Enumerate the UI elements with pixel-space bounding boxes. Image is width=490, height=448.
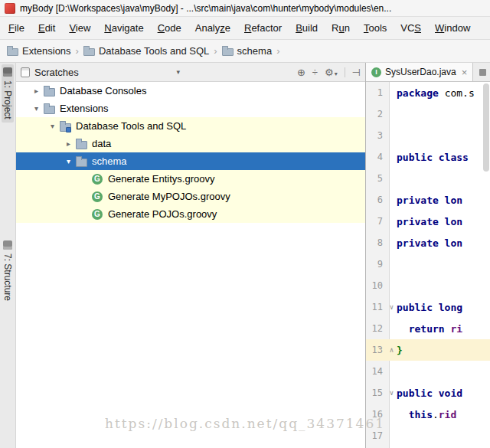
groovy-icon: G: [92, 174, 103, 185]
project-tool-icon: [3, 67, 12, 77]
breadcrumb-item[interactable]: Extensions: [6, 44, 72, 58]
menu-item-build[interactable]: Build: [289, 19, 325, 37]
project-tree: ▸Database Consoles▾Extensions▾Database T…: [16, 82, 365, 448]
locate-icon[interactable]: ⊕: [297, 67, 305, 77]
menu-item-file[interactable]: File: [2, 19, 31, 37]
line-number: 1: [366, 87, 387, 98]
fold-marker-icon[interactable]: ∨: [387, 389, 397, 397]
code-text: this.rid: [397, 409, 490, 420]
editor-line[interactable]: 7private lon: [366, 211, 490, 232]
folder-icon: [75, 155, 87, 168]
structure-tool-icon: [3, 240, 12, 250]
tool-stripe-tab-project[interactable]: 1: Project: [2, 64, 14, 123]
collapse-all-icon[interactable]: ÷: [312, 67, 318, 77]
chevron-icon[interactable]: ▾: [30, 104, 43, 113]
tree-item[interactable]: ▸data: [16, 135, 365, 152]
window-title: myBody [D:\Workspaces\java\myBody] - ...…: [20, 3, 391, 14]
chevron-icon[interactable]: ▾: [46, 122, 59, 130]
line-number: 11: [366, 302, 387, 312]
editor-settings-icon[interactable]: [479, 69, 486, 76]
breadcrumb-item[interactable]: Database Tools and SQL: [83, 44, 210, 58]
editor-line[interactable]: 14: [366, 361, 490, 382]
breadcrumb: Extensions›Database Tools and SQL›schema…: [0, 40, 490, 63]
settings-gear-icon[interactable]: ⚙▾: [325, 67, 338, 77]
tree-item[interactable]: GGenerate POJOs.groovy: [16, 205, 365, 223]
tree-item-label: data: [92, 138, 111, 149]
line-number: 12: [366, 323, 387, 334]
hide-panel-icon[interactable]: ⊣: [352, 67, 361, 77]
editor-line[interactable]: 2: [366, 103, 490, 125]
menu-item-analyze[interactable]: Analyze: [188, 19, 237, 37]
tree-item-label: schema: [92, 155, 127, 167]
folder-icon: [75, 138, 87, 150]
menu-item-vcs[interactable]: VCS: [394, 19, 428, 37]
tree-item-label: Generate Entitys.groovy: [108, 173, 214, 185]
editor-pane: I SysUserDao.java × 1package com.s234pub…: [366, 63, 490, 448]
menu-item-code[interactable]: Code: [151, 19, 188, 37]
chevron-icon[interactable]: ▾: [62, 157, 75, 165]
code-editor[interactable]: 1package com.s234public class 56private …: [366, 82, 490, 448]
tree-item[interactable]: GGenerate Entitys.groovy: [16, 170, 365, 188]
folder-icon: [43, 85, 55, 97]
tree-item-label: Extensions: [60, 103, 109, 114]
tree-item-label: Generate MyPOJOs.groovy: [108, 191, 230, 202]
code-text: private lon: [397, 195, 490, 206]
tree-item[interactable]: ▾Database Tools and SQL: [16, 117, 365, 135]
editor-lines: 1package com.s234public class 56private …: [366, 82, 490, 446]
editor-line[interactable]: 5: [366, 168, 490, 189]
line-number: 10: [366, 280, 387, 291]
close-icon[interactable]: ×: [462, 67, 468, 78]
editor-line[interactable]: 13∧}: [366, 339, 490, 361]
breadcrumb-separator-icon: ›: [76, 45, 79, 57]
title-bar: myBody [D:\Workspaces\java\myBody] - ...…: [0, 0, 490, 17]
gear-icon: ⚙: [325, 67, 334, 77]
editor-line[interactable]: 6private lon: [366, 189, 490, 211]
groovy-icon: G: [92, 191, 103, 202]
line-number: 8: [366, 237, 387, 248]
editor-tab[interactable]: I SysUserDao.java ×: [366, 63, 473, 81]
fold-marker-icon[interactable]: ∧: [387, 346, 397, 354]
header-divider: [345, 67, 345, 77]
menu-item-view[interactable]: View: [62, 19, 97, 37]
editor-line[interactable]: 12 return ri: [366, 318, 490, 339]
tree-item[interactable]: GGenerate MyPOJOs.groovy: [16, 188, 365, 205]
view-combo[interactable]: Scratches ▾: [34, 67, 180, 78]
chevron-icon[interactable]: ▸: [62, 139, 75, 148]
tree-item[interactable]: ▾Extensions: [16, 100, 365, 117]
editor-line[interactable]: 15∨public void: [366, 382, 490, 404]
pane-header-icons: ⊕ ÷ ⚙▾ ⊣: [297, 67, 361, 77]
menu-item-tools[interactable]: Tools: [357, 19, 394, 37]
folder-icon: [222, 46, 234, 56]
editor-line[interactable]: 17: [366, 425, 490, 446]
menu-item-run[interactable]: Run: [325, 19, 357, 37]
menu-item-navigate[interactable]: Navigate: [97, 19, 150, 37]
editor-line[interactable]: 4public class: [366, 146, 490, 168]
line-number: 2: [366, 109, 387, 119]
editor-line[interactable]: 10: [366, 275, 490, 296]
breadcrumb-item[interactable]: schema: [221, 44, 273, 58]
menu-item-refactor[interactable]: Refactor: [237, 19, 289, 37]
code-text: return ri: [397, 323, 490, 335]
app-icon: [5, 3, 15, 14]
menu-item-edit[interactable]: Edit: [31, 19, 62, 37]
editor-line[interactable]: 3: [366, 125, 490, 146]
tree-item-label: Database Consoles: [60, 85, 146, 96]
chevron-icon[interactable]: ▸: [30, 87, 43, 95]
fold-marker-icon[interactable]: ∨: [387, 303, 397, 311]
tree-item[interactable]: ▸Database Consoles: [16, 82, 365, 100]
line-number: 16: [366, 409, 387, 420]
editor-line[interactable]: 8private lon: [366, 232, 490, 253]
scrollbar-thumb[interactable]: [483, 83, 489, 172]
editor-scrollbar[interactable]: [482, 82, 490, 448]
line-number: 14: [366, 366, 387, 377]
editor-line[interactable]: 9: [366, 253, 490, 275]
tool-window-stripe: 1: Project 7: Structure: [0, 63, 16, 448]
tree-item[interactable]: ▾schema: [16, 152, 365, 170]
menu-item-window[interactable]: Window: [428, 19, 477, 37]
editor-line[interactable]: 16 this.rid: [366, 404, 490, 425]
code-text: private lon: [397, 237, 490, 249]
tool-stripe-tab-structure[interactable]: 7: Structure: [2, 237, 14, 304]
project-pane: Scratches ▾ ⊕ ÷ ⚙▾ ⊣ ▸Database Consoles▾…: [16, 63, 366, 448]
editor-line[interactable]: 1package com.s: [366, 82, 490, 103]
editor-line[interactable]: 11∨public long: [366, 296, 490, 318]
